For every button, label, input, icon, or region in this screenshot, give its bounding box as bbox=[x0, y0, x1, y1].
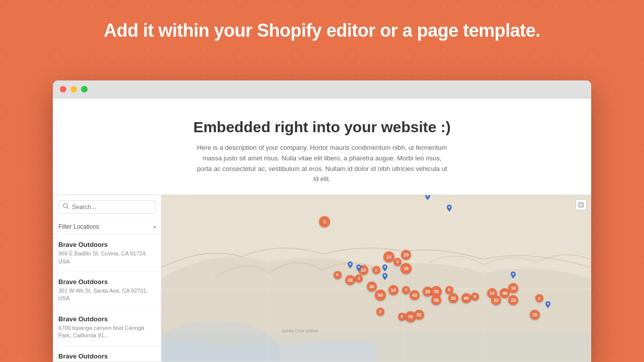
map-pin-blue[interactable] bbox=[447, 205, 452, 212]
map-pin-blue[interactable] bbox=[348, 261, 353, 268]
location-address: 6700 topanga canyon blvd Canoga Park, Ca… bbox=[58, 324, 156, 340]
location-name: Brave Outdoors bbox=[58, 278, 156, 286]
search-box bbox=[53, 195, 161, 219]
search-input[interactable] bbox=[72, 204, 151, 211]
traffic-light-red[interactable] bbox=[60, 86, 66, 93]
map-cluster[interactable]: 29 bbox=[401, 250, 411, 260]
svg-point-20 bbox=[512, 273, 514, 275]
map-cluster[interactable]: 56 bbox=[431, 295, 441, 305]
location-name: Brave Outdoors bbox=[58, 315, 156, 323]
map-pin-blue[interactable] bbox=[356, 264, 361, 272]
list-item[interactable]: Brave Outdoors bbox=[53, 346, 161, 361]
map-cluster[interactable]: 15 bbox=[530, 310, 540, 320]
map-cluster[interactable]: 5 bbox=[445, 286, 453, 294]
map-label-santa-cruz: Santa Cruz Island bbox=[282, 328, 318, 333]
map-pin-blue[interactable] bbox=[382, 273, 387, 280]
location-name: Brave Outdoors bbox=[58, 352, 156, 360]
map-pin-blue[interactable] bbox=[545, 301, 550, 308]
map-fullscreen-button[interactable]: ⊡ bbox=[576, 199, 587, 210]
map-pin-blue[interactable] bbox=[511, 272, 516, 279]
map-area[interactable]: ⊡ Santa Cruz Island 3 1315132229622 3305… bbox=[162, 195, 591, 361]
svg-point-19 bbox=[384, 266, 386, 268]
browser-content: Embedded right into your website :) Here… bbox=[53, 99, 591, 362]
site-heading: Embedded right into your website :) bbox=[63, 119, 581, 136]
list-item[interactable]: Brave Outdoors 301 W 4th St, Santa Ana, … bbox=[53, 272, 161, 309]
location-name: Brave Outdoors bbox=[58, 241, 156, 248]
map-cluster[interactable]: 2 bbox=[402, 286, 410, 294]
list-item[interactable]: Brave Outdoors 966 E Badillo St, Covina,… bbox=[53, 235, 161, 272]
svg-point-17 bbox=[349, 263, 351, 265]
map-cluster[interactable]: 14 bbox=[388, 285, 398, 295]
location-address: 966 E Badillo St, Covina, CA 91724, USA bbox=[58, 250, 156, 265]
location-address: 301 W 4th St, Santa Ana, CA 92701, USA bbox=[58, 287, 156, 303]
traffic-light-yellow[interactable] bbox=[70, 86, 77, 93]
map-cluster[interactable]: 6 bbox=[334, 271, 342, 279]
page-header: Add it within your Shopify editor or a p… bbox=[0, 0, 644, 56]
map-cluster[interactable]: 13 bbox=[383, 251, 394, 262]
map-cluster[interactable]: 46 bbox=[461, 293, 471, 303]
map-cluster[interactable]: 25 bbox=[448, 293, 458, 303]
svg-point-21 bbox=[547, 303, 549, 305]
map-cluster[interactable]: 8 bbox=[471, 293, 479, 301]
locator-sidebar: Filter Locations ▾ Brave Outdoors 966 E … bbox=[53, 195, 162, 361]
map-controls: ⊡ bbox=[576, 199, 587, 210]
site-header: Embedded right into your website :) Here… bbox=[53, 99, 591, 195]
map-cluster[interactable]: 22 bbox=[508, 295, 518, 305]
map-cluster[interactable]: 2 bbox=[393, 258, 401, 266]
chevron-down-icon: ▾ bbox=[153, 224, 156, 230]
filter-label: Filter Locations bbox=[58, 223, 99, 230]
map-cluster[interactable]: 32 bbox=[414, 310, 424, 320]
svg-point-16 bbox=[358, 266, 360, 268]
map-pin-blue[interactable] bbox=[425, 195, 430, 200]
map-cluster[interactable]: 15 bbox=[508, 283, 518, 293]
map-cluster[interactable]: 2 bbox=[376, 308, 384, 316]
browser-window: Embedded right into your website :) Here… bbox=[53, 80, 591, 362]
map-cluster[interactable]: 53 bbox=[375, 290, 386, 301]
map-cluster[interactable]: 2 bbox=[535, 294, 543, 302]
map-cluster[interactable]: 30 bbox=[367, 282, 377, 292]
list-item[interactable]: Brave Outdoors 6700 topanga canyon blvd … bbox=[53, 309, 161, 346]
map-cluster[interactable]: 22 bbox=[491, 295, 501, 305]
svg-point-18 bbox=[384, 275, 386, 277]
page-title: Add it within your Shopify editor or a p… bbox=[10, 20, 634, 41]
svg-line-1 bbox=[67, 207, 68, 209]
filter-dropdown[interactable]: Filter Locations ▾ bbox=[53, 219, 161, 235]
map-background bbox=[162, 195, 591, 361]
traffic-light-green[interactable] bbox=[81, 86, 88, 93]
site-description: Here is a description of your company. H… bbox=[196, 143, 448, 185]
map-pin-blue[interactable] bbox=[382, 264, 387, 272]
map-cluster[interactable]: 15 bbox=[400, 263, 412, 274]
svg-point-14 bbox=[448, 206, 450, 208]
location-list: Brave Outdoors 966 E Badillo St, Covina,… bbox=[53, 235, 161, 361]
search-icon bbox=[63, 203, 69, 211]
map-cluster[interactable]: 3 bbox=[355, 275, 363, 283]
store-locator-widget: Filter Locations ▾ Brave Outdoors 966 E … bbox=[53, 195, 591, 362]
map-cluster[interactable]: 2 bbox=[372, 266, 380, 274]
browser-titlebar bbox=[53, 80, 591, 99]
map-cluster[interactable]: 3 bbox=[319, 216, 330, 227]
search-input-wrapper[interactable] bbox=[58, 200, 156, 214]
map-cluster[interactable]: 22 bbox=[345, 275, 355, 285]
map-cluster[interactable]: 43 bbox=[410, 290, 420, 300]
